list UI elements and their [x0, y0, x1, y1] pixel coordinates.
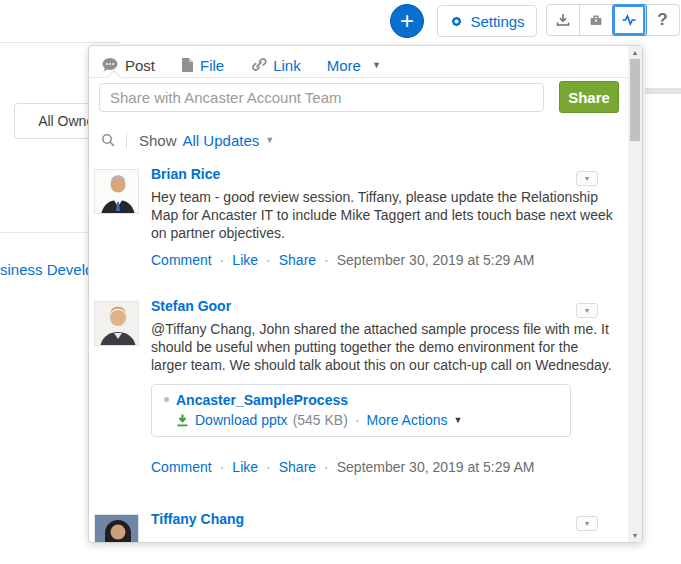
show-label: Show [139, 132, 177, 149]
activity-feed-button[interactable] [613, 5, 646, 35]
download-pptx-link[interactable]: Download pptx [195, 412, 288, 428]
dot-separator: · [355, 412, 360, 428]
screen: All Owners siness Develop + Settings [0, 0, 681, 564]
file-size: (545 KB) [293, 412, 348, 428]
download-arrow-icon [176, 414, 189, 427]
settings-label: Settings [470, 13, 524, 30]
avatar-tiffany-chang[interactable] [94, 514, 139, 543]
tab-more-label: More [327, 57, 361, 74]
feed-filter-row: Show All Updates ▼ [101, 131, 274, 149]
tab-more[interactable]: More ▼ [327, 57, 381, 74]
post-body-line: @Tiffany Chang, John shared the attached… [151, 320, 609, 338]
page-fragment-band [645, 88, 681, 94]
dot-separator: · [324, 459, 329, 475]
tabs-divider [89, 77, 630, 78]
share-button[interactable]: Share [559, 81, 619, 113]
tab-link-label: Link [273, 57, 301, 74]
activity-pulse-icon [621, 12, 637, 28]
post-actions: Comment · Like · Share · September 30, 2… [151, 252, 534, 268]
scroll-up-icon[interactable]: ▲ [628, 46, 642, 59]
page-divider-top [0, 42, 120, 43]
tab-link[interactable]: Link [250, 57, 301, 74]
toolbox-button[interactable] [580, 5, 613, 35]
dot-separator: · [220, 459, 225, 475]
attachment-title-link[interactable]: Ancaster_SampleProcess [176, 392, 348, 408]
settings-button[interactable]: Settings [437, 5, 537, 37]
link-chain-icon [250, 57, 267, 73]
share-link[interactable]: Share [279, 459, 316, 475]
tab-file[interactable]: File [181, 57, 224, 74]
feed-popup: Post File L [88, 45, 643, 543]
add-button[interactable]: + [390, 4, 424, 38]
business-development-link[interactable]: siness Develop [0, 261, 102, 278]
post-menu-button[interactable]: ▾ [576, 171, 598, 186]
feed-post-tiffany-chang: Tiffany Chang ▾ [89, 514, 630, 543]
help-icon: ? [657, 10, 667, 30]
post-body-line: Map for Ancaster IT to include Mike Tagg… [151, 206, 613, 224]
filter-caret-icon[interactable]: ▼ [265, 135, 274, 145]
post-body-line: larger team. We should talk about this o… [151, 356, 612, 374]
publisher-tabs: Post File L [101, 54, 381, 76]
gear-icon [449, 14, 464, 29]
post-body-line: Hey team - good review session. Tiffany,… [151, 188, 598, 206]
post-author[interactable]: Brian Rice [151, 166, 220, 182]
post-author[interactable]: Stefan Goor [151, 298, 231, 314]
share-post-input[interactable] [99, 83, 544, 112]
dot-separator: · [266, 459, 271, 475]
utility-icon-group: ? [546, 4, 680, 36]
post-author[interactable]: Tiffany Chang [151, 511, 244, 527]
post-body-line: should be useful when putting together t… [151, 338, 578, 356]
feed-post-brian-rice: Brian Rice ▾ Hey team - good review sess… [89, 169, 630, 279]
more-caret-icon: ▼ [372, 60, 381, 70]
download-icon [555, 12, 571, 28]
dot-separator: · [220, 252, 225, 268]
feed-filter-value[interactable]: All Updates [183, 132, 260, 149]
tab-post-label: Post [125, 57, 155, 74]
attachment-card[interactable]: Ancaster_SampleProcess Download pptx (54… [151, 384, 571, 437]
file-icon [181, 57, 194, 73]
more-actions-caret-icon[interactable]: ▼ [453, 415, 462, 425]
popup-scrollbar[interactable]: ▲ ▼ [628, 46, 642, 542]
post-bubble-icon [101, 57, 119, 73]
comment-link[interactable]: Comment [151, 252, 212, 268]
post-timestamp: September 30, 2019 at 5:29 AM [337, 459, 535, 475]
dot-separator: · [324, 252, 329, 268]
attachment-bullet-icon [164, 397, 169, 402]
feed-post-stefan-goor: Stefan Goor ▾ @Tiffany Chang, John share… [89, 301, 630, 481]
post-timestamp: September 30, 2019 at 5:29 AM [337, 252, 535, 268]
dot-separator: · [266, 252, 271, 268]
filter-divider [126, 133, 127, 148]
post-menu-button[interactable]: ▾ [576, 516, 598, 531]
search-icon[interactable] [101, 133, 116, 148]
help-button[interactable]: ? [646, 5, 679, 35]
tab-file-label: File [200, 57, 224, 74]
attachment-actions-row: Download pptx (545 KB) · More Actions ▼ [176, 412, 462, 428]
like-link[interactable]: Like [232, 459, 258, 475]
download-button[interactable] [547, 5, 580, 35]
post-body-line: on partner objectives. [151, 224, 285, 242]
avatar-brian-rice[interactable] [94, 169, 139, 214]
like-link[interactable]: Like [232, 252, 258, 268]
scroll-down-icon[interactable]: ▼ [628, 529, 642, 542]
tab-post[interactable]: Post [101, 57, 155, 74]
scrollbar-thumb[interactable] [630, 59, 640, 141]
post-actions: Comment · Like · Share · September 30, 2… [151, 459, 534, 475]
toolbox-icon [588, 12, 604, 28]
comment-link[interactable]: Comment [151, 459, 212, 475]
more-actions-link[interactable]: More Actions [367, 412, 448, 428]
avatar-stefan-goor[interactable] [94, 301, 139, 346]
post-menu-button[interactable]: ▾ [576, 303, 598, 318]
share-link[interactable]: Share [279, 252, 316, 268]
